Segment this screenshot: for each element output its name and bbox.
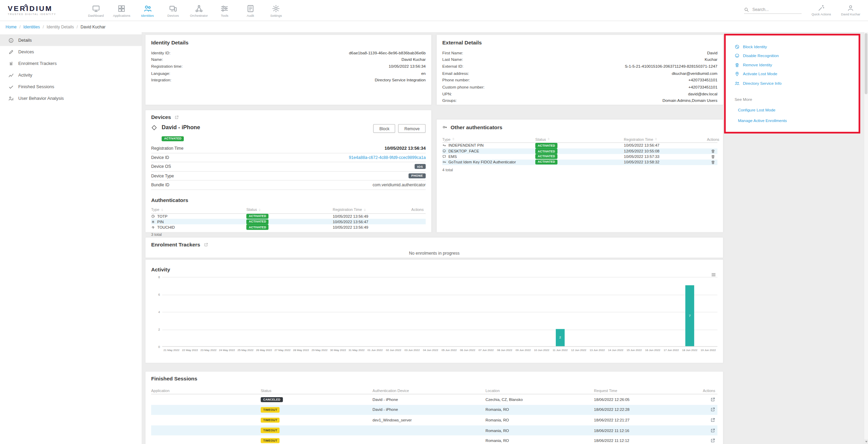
enrolment-empty-message: No enrolments in progress <box>151 251 717 256</box>
x-axis-label: 13 Jun 2022 <box>588 348 606 352</box>
device-detail-value[interactable]: 91e4a88a-c672-4c88-9fd9-ccec9899ca1a <box>349 155 426 160</box>
sidebar-item[interactable]: Activity <box>0 69 142 81</box>
column-header-registration-time[interactable]: Registration Time <box>624 137 707 141</box>
nav-item-icon <box>220 4 229 13</box>
device-detail-label: Device OS <box>151 164 171 169</box>
identity-more-link[interactable]: Configure Lost Mode <box>738 107 775 112</box>
identity-action-link[interactable]: Disable Recognition <box>734 51 858 60</box>
user-menu[interactable]: David Kuchar <box>841 4 860 16</box>
identity-action-link[interactable]: Block Identity <box>734 42 858 51</box>
column-header-request-time[interactable]: Request Time <box>594 389 701 392</box>
breadcrumb-item[interactable]: Home <box>5 24 16 29</box>
session-details-button[interactable] <box>710 397 715 402</box>
nav-item[interactable]: Identities <box>135 3 160 17</box>
nav-item[interactable]: Tools <box>212 3 237 17</box>
status-badge: ACTIVATED <box>246 214 268 219</box>
page-scrollbar[interactable] <box>864 32 868 444</box>
sidebar-item[interactable]: Devices <box>0 46 142 58</box>
column-header-type[interactable]: Type <box>151 208 246 212</box>
x-axis-label: 03 Jun 2022 <box>403 348 421 352</box>
activity-bar[interactable]: 7 <box>685 285 694 346</box>
bar-slot: 2 <box>551 277 569 346</box>
device-detail-label: Bundle ID <box>151 183 169 188</box>
session-time: 18/06/2022 12:21:27 <box>594 418 701 422</box>
column-header-location[interactable]: Location <box>485 389 594 392</box>
enrolment-trackers-title: Enrolment Trackers <box>151 242 200 248</box>
sidebar-item[interactable]: Details <box>0 34 142 46</box>
x-axis-label: 07 Jun 2022 <box>477 348 495 352</box>
nav-item-icon <box>195 4 203 13</box>
column-header-status[interactable]: Status <box>261 389 372 392</box>
activity-bar[interactable]: 2 <box>556 329 565 346</box>
nav-item-label: Identities <box>141 14 154 17</box>
nav-item[interactable]: Devices <box>160 3 186 17</box>
block-device-button[interactable]: Block <box>373 124 396 133</box>
authenticator-time: 10/05/2022 13:56:49 <box>333 225 411 229</box>
nav-item-label: Audit <box>247 14 254 17</box>
activity-title: Activity <box>151 266 170 272</box>
topbar-right: Quick Actions David Kuchar <box>744 4 860 16</box>
detail-row: External ID: S-1-5-21-410015106-20637112… <box>442 63 717 70</box>
nav-item[interactable]: Orchestrator <box>186 3 212 17</box>
bar-slot <box>347 277 366 346</box>
session-details-button[interactable] <box>710 438 715 443</box>
sort-icon <box>161 208 164 212</box>
delete-authenticator-button[interactable] <box>711 149 715 153</box>
delete-authenticator-button[interactable] <box>711 160 715 164</box>
detail-label: Groups: <box>442 98 457 104</box>
search-input[interactable] <box>752 7 801 12</box>
session-details-button[interactable] <box>710 418 715 423</box>
column-header-authentication-device[interactable]: Authentication Device <box>373 389 486 392</box>
enrolment-expand-icon[interactable] <box>204 242 208 247</box>
x-axis-label: 21 May 2022 <box>162 348 181 352</box>
veridium-logo[interactable]: VERIDIUM TRUSTED DIGITAL IDENTITY <box>8 5 73 16</box>
detail-row: UPN: david@dev.local <box>442 91 717 97</box>
detail-row: Registration time: 10/05/2022 13:56:34 <box>151 63 426 70</box>
scroll-down-button[interactable] <box>864 439 868 444</box>
authenticator-type: DESKTOP_FACE <box>449 149 479 153</box>
finished-sessions-title: Finished Sessions <box>151 376 717 382</box>
identity-action-link[interactable]: Activate Lost Mode <box>734 69 858 79</box>
nav-item[interactable]: Dashboard <box>83 3 109 17</box>
nav-item[interactable]: Applications <box>109 3 134 17</box>
session-details-button[interactable] <box>710 407 715 413</box>
sidebar-item[interactable]: User Behavior Analysis <box>0 93 142 104</box>
nav-item[interactable]: Settings <box>263 3 289 17</box>
session-status-badge: TIMEOUT <box>261 417 279 422</box>
sidebar-item[interactable]: Enrolment Trackers <box>0 58 142 69</box>
column-header-status[interactable]: Status <box>535 137 624 141</box>
nav-item-label: Orchestrator <box>190 14 208 17</box>
device-diamond-icon <box>151 125 157 131</box>
authenticator-type: TOUCHID <box>157 225 175 229</box>
breadcrumb-item[interactable]: Identities <box>17 24 40 29</box>
identity-more-link[interactable]: Manage Active Enrollments <box>738 118 787 123</box>
x-axis-label: 22 May 2022 <box>181 348 199 352</box>
nav-item-icon <box>143 4 151 13</box>
sidebar-item[interactable]: Finished Sessions <box>0 81 142 93</box>
status-badge: ACTIVATED <box>535 159 557 164</box>
devices-expand-icon[interactable] <box>174 115 179 119</box>
column-header-registration-time[interactable]: Registration Time <box>333 208 411 212</box>
x-axis-label: 10 Jun 2022 <box>533 348 551 352</box>
detail-value: dkuchar@veridiumid.com <box>672 71 718 76</box>
bar-slot <box>384 277 403 346</box>
quick-actions-button[interactable]: Quick Actions <box>812 4 831 16</box>
scrollbar-thumb[interactable] <box>865 33 867 94</box>
column-header-type[interactable]: Type <box>442 137 535 141</box>
session-details-button[interactable] <box>710 428 715 433</box>
nav-item-label: Settings <box>270 14 282 17</box>
column-header-status[interactable]: Status <box>246 208 333 212</box>
nav-item[interactable]: Audit <box>237 3 263 17</box>
action-link-label: Directory Service Info <box>743 81 782 86</box>
delete-authenticator-button[interactable] <box>711 154 715 159</box>
detail-value: +420733451101 <box>688 84 717 90</box>
session-time: 18/06/2022 12:22:28 <box>594 408 701 412</box>
identity-details-list: Identity ID: d6ae1ba8-1139-46ec-8e96-b83… <box>151 49 426 83</box>
remove-device-button[interactable]: Remove <box>398 124 426 133</box>
identity-action-link[interactable]: Directory Service Info <box>734 79 858 88</box>
device-detail-label: Device ID <box>151 155 169 160</box>
bar-slot: 7 <box>680 277 699 346</box>
session-row: CANCELED David - iPhone Czechia, CZ, Bla… <box>151 394 717 405</box>
column-header-application[interactable]: Application <box>151 389 261 392</box>
identity-action-link[interactable]: Remove Identity <box>734 60 858 70</box>
